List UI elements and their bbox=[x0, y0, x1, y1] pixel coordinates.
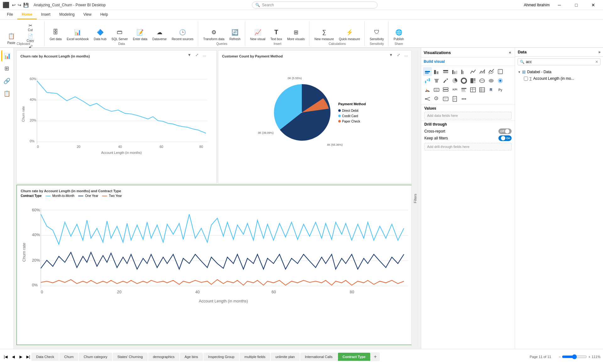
viz-map[interactable] bbox=[478, 76, 486, 85]
viz-gauge[interactable] bbox=[423, 85, 432, 94]
save-btn[interactable]: 💾 bbox=[23, 3, 29, 8]
zoom-out-btn[interactable]: − bbox=[559, 355, 561, 359]
tab-demographics[interactable]: demographics bbox=[148, 353, 179, 361]
redo-btn[interactable]: ↪ bbox=[18, 3, 21, 8]
viz-funnel[interactable] bbox=[432, 76, 441, 85]
next-page-btn[interactable]: ▶ bbox=[18, 354, 24, 360]
tab-help[interactable]: Help bbox=[96, 10, 112, 19]
zoom-slider[interactable] bbox=[562, 354, 587, 359]
tab-international-calls[interactable]: International Calls bbox=[300, 353, 337, 361]
keep-filters-toggle[interactable]: On bbox=[498, 135, 512, 141]
dax-query-button[interactable]: 📋 bbox=[1, 88, 13, 99]
quick-measure-button[interactable]: ⚡ Quick measure bbox=[337, 27, 362, 42]
undo-btn[interactable]: ↩ bbox=[12, 3, 16, 8]
last-page-btn[interactable]: ▶| bbox=[25, 354, 31, 360]
viz-clustered-bar[interactable] bbox=[432, 67, 441, 76]
viz-paginated[interactable] bbox=[450, 95, 459, 103]
tab-modeling[interactable]: Modeling bbox=[55, 10, 79, 19]
account-length-col[interactable]: ∑ Account Length (in mo... bbox=[518, 75, 600, 82]
sql-server-button[interactable]: 🗃 SQL Server bbox=[110, 27, 130, 42]
viz-python[interactable]: Py bbox=[496, 85, 505, 94]
viz-pie[interactable] bbox=[450, 76, 459, 85]
tab-home[interactable]: Home bbox=[17, 10, 36, 19]
viz-more-icons[interactable] bbox=[459, 95, 468, 103]
focus-icon[interactable]: ⤢ bbox=[194, 52, 200, 58]
transform-data-button[interactable]: ⚙ Transform data bbox=[201, 27, 226, 42]
sensitivity-button[interactable]: 🛡 Sensitivity bbox=[368, 27, 386, 42]
tab-file[interactable]: File bbox=[3, 10, 17, 19]
recent-sources-button[interactable]: 🕒 Recent sources bbox=[170, 27, 195, 42]
first-page-btn[interactable]: |◀ bbox=[3, 354, 9, 360]
viz-line[interactable] bbox=[469, 67, 477, 76]
table-view-button[interactable]: ⊞ bbox=[1, 63, 13, 74]
values-dropzone[interactable]: Add data fields here bbox=[424, 112, 512, 119]
model-view-button[interactable]: 🔗 bbox=[1, 75, 13, 87]
viz-scatter[interactable] bbox=[441, 76, 450, 85]
enter-data-button[interactable]: 📝 Enter data bbox=[131, 27, 149, 42]
panel-expand-icon[interactable]: « bbox=[508, 50, 513, 55]
minimize-button[interactable]: ─ bbox=[552, 0, 567, 10]
tab-inspecting-group[interactable]: Inspecting Group bbox=[204, 353, 239, 361]
data-panel-expand[interactable]: » bbox=[598, 50, 600, 54]
viz-qa[interactable]: ? bbox=[432, 95, 441, 103]
data-search[interactable]: 🔍 ✕ bbox=[518, 58, 600, 65]
copy-button[interactable]: 📄 Copy bbox=[19, 33, 42, 43]
more-visuals-button[interactable]: ⊞ More visuals bbox=[285, 27, 307, 42]
account-length-checkbox[interactable] bbox=[524, 77, 528, 81]
viz-card[interactable]: 42 bbox=[432, 85, 441, 94]
add-page-button[interactable]: + bbox=[371, 352, 380, 361]
databel-table-row[interactable]: ▼ ⊞ Databel - Data bbox=[518, 68, 600, 75]
more-top-right-icon[interactable]: … bbox=[403, 52, 409, 58]
prev-page-btn[interactable]: ◀ bbox=[10, 354, 16, 360]
refresh-button[interactable]: 🔄 Refresh bbox=[228, 27, 242, 42]
viz-donut[interactable] bbox=[459, 76, 468, 85]
viz-azure-map[interactable] bbox=[496, 76, 505, 85]
excel-workbook-button[interactable]: 📊 Excel workbook bbox=[65, 27, 90, 42]
viz-ribbon[interactable] bbox=[496, 67, 505, 76]
get-data-button[interactable]: 🗄 Get data bbox=[48, 27, 63, 42]
focus-top-right-icon[interactable]: ⤢ bbox=[395, 52, 402, 58]
text-box-button[interactable]: T Text box bbox=[269, 27, 284, 42]
tab-insert[interactable]: Insert bbox=[37, 10, 55, 19]
viz-waterfall[interactable] bbox=[423, 76, 432, 85]
viz-matrix[interactable] bbox=[478, 85, 486, 94]
viz-filled-map[interactable] bbox=[487, 76, 496, 85]
filter-icon[interactable]: ▼ bbox=[186, 52, 193, 58]
viz-r-visual[interactable]: R bbox=[487, 85, 496, 94]
report-view-button[interactable]: 📊 bbox=[1, 50, 13, 62]
publish-button[interactable]: 🌐 Publish bbox=[392, 27, 406, 42]
new-measure-button[interactable]: ∑ New measure bbox=[312, 27, 336, 42]
tab-age-bins[interactable]: Age bins bbox=[180, 353, 203, 361]
viz-stacked-col[interactable] bbox=[450, 67, 459, 76]
maximize-button[interactable]: □ bbox=[569, 0, 584, 10]
viz-slicer[interactable] bbox=[459, 85, 468, 94]
viz-100-bar[interactable] bbox=[441, 67, 450, 76]
viz-narrative[interactable] bbox=[441, 95, 450, 103]
tab-unlimite-plan[interactable]: unlimite plan bbox=[271, 353, 300, 361]
dataverse-button[interactable]: ☁ Dataverse bbox=[150, 27, 169, 42]
data-search-input[interactable] bbox=[526, 60, 595, 64]
filter-panel-toggle[interactable]: Filters bbox=[411, 50, 418, 346]
zoom-in-btn[interactable]: + bbox=[588, 355, 590, 359]
cut-button[interactable]: ✂ Cut bbox=[19, 22, 42, 32]
viz-stacked-bar[interactable] bbox=[423, 67, 432, 76]
viz-treemap[interactable] bbox=[469, 76, 477, 85]
search-box[interactable]: 🔍 Search bbox=[252, 2, 378, 8]
viz-table[interactable] bbox=[469, 85, 477, 94]
viz-line-stacked[interactable] bbox=[487, 67, 496, 76]
close-button[interactable]: ✕ bbox=[586, 0, 600, 10]
tab-data-check[interactable]: Data Check bbox=[31, 353, 59, 361]
tab-view[interactable]: View bbox=[79, 10, 96, 19]
data-hub-button[interactable]: 🔷 Data hub bbox=[92, 27, 108, 42]
tab-multiple-fields[interactable]: multiple fields bbox=[240, 353, 270, 361]
viz-area[interactable] bbox=[478, 67, 486, 76]
new-visual-button[interactable]: 📈 New visual bbox=[248, 27, 267, 42]
cross-report-toggle[interactable]: Off bbox=[498, 128, 512, 134]
more-icon[interactable]: … bbox=[201, 52, 208, 58]
drill-dropzone[interactable]: Add drill-through fields here bbox=[424, 143, 512, 150]
viz-clustered-col[interactable] bbox=[459, 67, 468, 76]
viz-kpi[interactable]: KPI bbox=[450, 85, 459, 94]
build-visual-tab[interactable]: Build visual bbox=[421, 57, 515, 66]
tab-churn-category[interactable]: Churn category bbox=[79, 353, 112, 361]
tab-states-churning[interactable]: States' Churning bbox=[113, 353, 148, 361]
